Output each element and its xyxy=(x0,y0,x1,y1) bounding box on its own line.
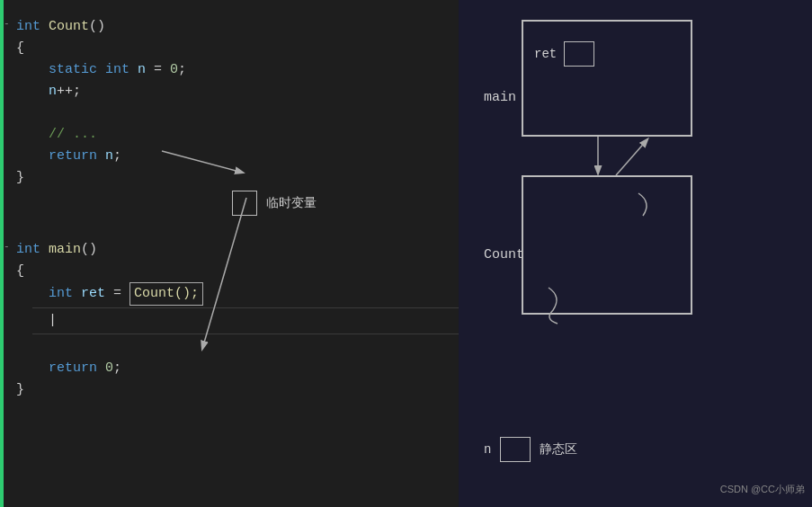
divider2 xyxy=(32,334,459,334)
punct-semi: ; xyxy=(178,59,186,81)
fn-count: Count xyxy=(49,16,89,38)
box-main: ret xyxy=(522,20,692,137)
code-line: return n; xyxy=(16,146,459,167)
cursor: | xyxy=(16,310,57,332)
punct-main: () xyxy=(81,239,97,261)
code-line-cursor: | xyxy=(16,310,459,332)
svg-line-7 xyxy=(616,139,647,175)
punct-assign: = xyxy=(105,283,129,305)
code-line: - int Count() xyxy=(16,16,459,38)
code-panel: - int Count() { static int n = 0; n++; /… xyxy=(0,0,459,507)
count-call-boxed: Count(); xyxy=(129,282,203,306)
fn-main: main xyxy=(49,239,81,261)
code-line-blank xyxy=(16,218,459,239)
ret-label: ret xyxy=(534,47,557,61)
brace-open2: { xyxy=(16,261,24,282)
n-label: n xyxy=(484,442,491,457)
count-label: Count xyxy=(484,247,524,262)
var-n-inc: n xyxy=(16,81,57,102)
brace-close2: } xyxy=(16,379,24,401)
brace-close: } xyxy=(16,167,24,189)
var-n: n xyxy=(129,59,146,81)
code-line: return 0; xyxy=(16,358,459,379)
punct-inc: ++; xyxy=(57,81,81,102)
code-line: n++; xyxy=(16,81,459,102)
punct: () xyxy=(89,16,105,38)
main-label: main xyxy=(484,90,516,105)
diagram-panel: main ret Count n 静态区 xyxy=(459,0,812,507)
num-0: 0 xyxy=(170,59,178,81)
code-content: - int Count() { static int n = 0; n++; /… xyxy=(16,16,459,401)
code-line-blank xyxy=(16,102,459,124)
minus-icon: - xyxy=(4,16,10,32)
kw-int2: int xyxy=(16,239,40,261)
watermark: CSDN @CC小师弟 xyxy=(720,483,805,496)
minus-icon2: - xyxy=(4,239,10,255)
ret-area: ret xyxy=(534,41,594,67)
code-line-ret: int ret = Count(); xyxy=(16,282,459,306)
divider xyxy=(32,307,459,308)
code-line: static int n = 0; xyxy=(16,59,459,81)
type-int: int xyxy=(105,59,129,81)
var-n-ret: n xyxy=(105,146,113,167)
code-line-blank2 xyxy=(16,336,459,358)
n-value-box xyxy=(500,437,531,462)
static-area: n 静态区 xyxy=(484,437,577,462)
code-line: - int main() xyxy=(16,239,459,261)
kw-static: static xyxy=(16,59,105,81)
annotation-row: 临时变量 xyxy=(232,191,459,216)
num-zero: 0 xyxy=(105,358,113,379)
comment: // ... xyxy=(16,124,97,146)
kw-return: return xyxy=(16,146,97,167)
punct-eq: = xyxy=(146,59,170,81)
ret-value-box xyxy=(564,41,594,67)
brace-open: { xyxy=(16,38,24,59)
temp-box xyxy=(232,191,257,216)
code-line: } xyxy=(16,379,459,401)
keyword-int: int xyxy=(16,16,40,38)
var-ret: ret xyxy=(81,283,105,305)
tmp-label: 临时变量 xyxy=(266,193,317,213)
box-count xyxy=(522,175,692,315)
kw-return2: return xyxy=(16,358,97,379)
static-label: 静态区 xyxy=(540,441,577,458)
code-line: // ... xyxy=(16,124,459,146)
punct-semi3: ; xyxy=(113,358,121,379)
code-line: } xyxy=(16,167,459,189)
punct-semi2: ; xyxy=(113,146,121,167)
code-line: { xyxy=(16,261,459,282)
code-line: { xyxy=(16,38,459,59)
kw-int3: int xyxy=(16,283,73,305)
